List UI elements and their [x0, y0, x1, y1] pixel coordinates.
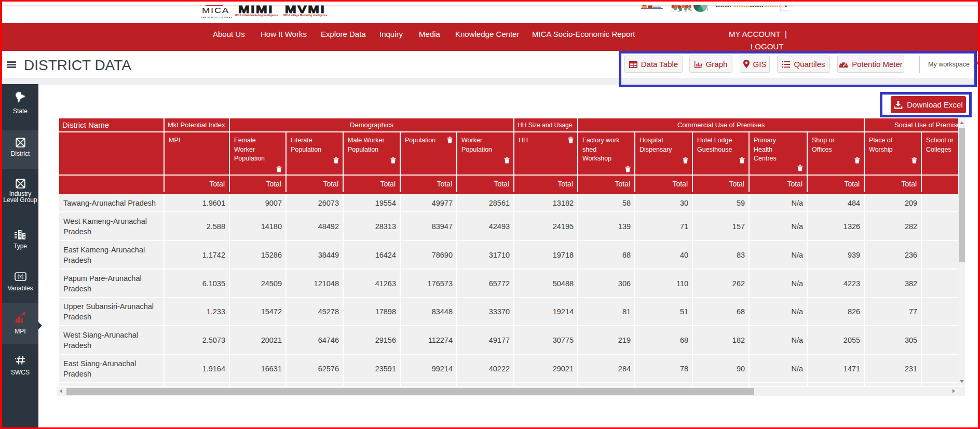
svg-text:(x): (x) [18, 274, 24, 279]
